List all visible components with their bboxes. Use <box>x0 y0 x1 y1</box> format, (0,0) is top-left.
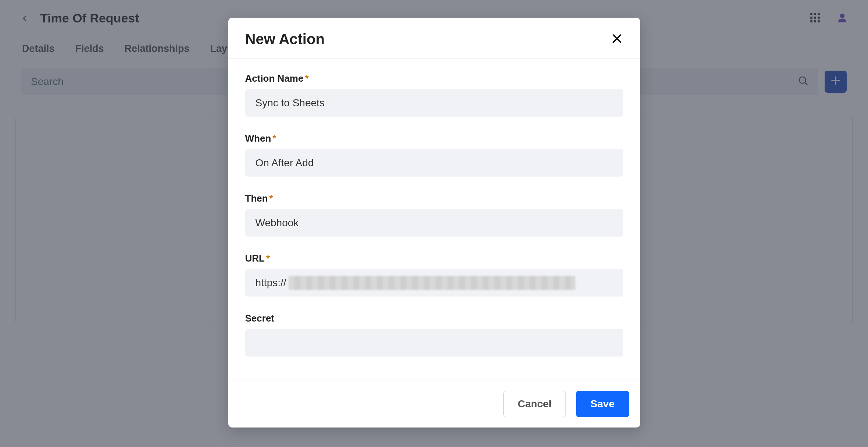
secret-input[interactable] <box>245 329 623 356</box>
when-input[interactable] <box>245 149 623 177</box>
secret-label: Secret <box>245 313 275 324</box>
required-star-icon: * <box>266 253 270 264</box>
when-label: When* <box>245 133 276 144</box>
action-name-input[interactable] <box>245 89 623 117</box>
action-name-group: Action Name* <box>245 73 623 117</box>
then-label: Then* <box>245 193 273 204</box>
then-input[interactable] <box>245 209 623 237</box>
required-star-icon: * <box>305 73 308 84</box>
modal-body: Action Name* When* Then* URL* <box>228 59 640 380</box>
then-group: Then* <box>245 193 623 237</box>
modal-title: New Action <box>245 31 325 47</box>
required-star-icon: * <box>272 133 276 144</box>
modal-footer: Cancel Save <box>228 380 640 428</box>
action-name-label: Action Name* <box>245 73 309 84</box>
when-group: When* <box>245 133 623 177</box>
modal-header: New Action <box>228 18 640 59</box>
required-star-icon: * <box>269 193 273 204</box>
url-prefix: https:// <box>256 277 286 289</box>
save-button[interactable]: Save <box>576 391 629 417</box>
close-icon[interactable] <box>611 32 623 46</box>
new-action-modal: New Action Action Name* When* Then* <box>228 18 640 428</box>
url-input[interactable]: https:// <box>245 269 623 297</box>
url-group: URL* https:// <box>245 253 623 297</box>
modal-overlay: New Action Action Name* When* Then* <box>0 0 868 447</box>
cancel-button[interactable]: Cancel <box>503 391 566 417</box>
url-redacted-value <box>289 276 575 290</box>
url-label: URL* <box>245 253 270 264</box>
secret-group: Secret <box>245 313 623 356</box>
